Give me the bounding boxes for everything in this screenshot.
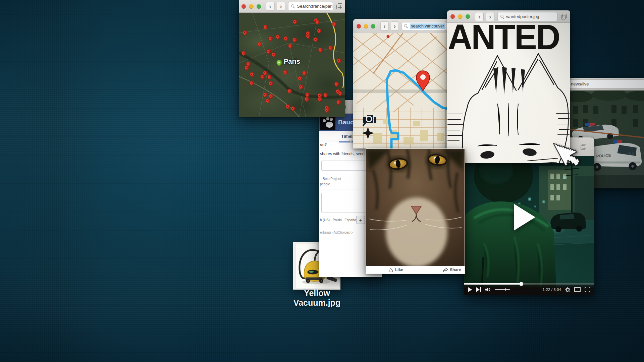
map-pin-red[interactable] [331, 21, 337, 27]
map-pin-red[interactable] [317, 96, 323, 102]
map-pin-red[interactable] [249, 71, 255, 77]
sidebar-item-people[interactable]: people [320, 182, 330, 186]
adchoices-row[interactable]: ertising · AdChoices ▷ [320, 231, 353, 234]
poster-search-field[interactable]: wantedposter.jpg [497, 12, 557, 21]
tabs-icon[interactable] [336, 3, 342, 9]
map-pin-red[interactable] [287, 43, 293, 49]
map-pin-red[interactable] [283, 35, 289, 41]
like-icon [388, 267, 393, 273]
like-button[interactable]: Like [388, 267, 403, 273]
close-button[interactable] [357, 24, 361, 28]
map-pin-red[interactable] [268, 80, 274, 86]
minimize-button[interactable] [458, 14, 462, 19]
fullscreen-icon[interactable] [585, 287, 590, 292]
map-pin-red[interactable] [313, 36, 319, 42]
next-button-icon[interactable] [476, 287, 481, 292]
video-player[interactable]: 1:22 / 3:04 [464, 156, 594, 295]
play-overlay-icon[interactable] [513, 203, 537, 231]
map-dot-red [387, 35, 390, 38]
zoom-button[interactable] [371, 24, 375, 28]
volume-icon[interactable] [485, 287, 492, 292]
search-icon [291, 4, 295, 8]
forward-button[interactable]: › [391, 21, 399, 31]
vancouver-map[interactable] [353, 33, 451, 148]
map-pin-red[interactable] [316, 28, 322, 34]
news-toolbar: news/live [569, 78, 644, 90]
forward-button[interactable]: › [277, 2, 285, 11]
plus-label: + [359, 217, 362, 223]
back-button[interactable]: ‹ [380, 21, 389, 31]
back-button[interactable]: ‹ [266, 2, 275, 11]
share-button[interactable]: Share [443, 267, 461, 272]
paris-search-text: Search:france/paris [297, 4, 333, 9]
map-pin-red[interactable] [318, 47, 324, 53]
news-address-field[interactable]: news/live [568, 79, 644, 88]
back-icon: ‹ [269, 3, 271, 9]
close-button[interactable] [450, 14, 455, 19]
like-label: Like [395, 267, 403, 272]
cat-photo [366, 149, 465, 266]
map-pin-red[interactable] [240, 50, 247, 56]
map-pin-red[interactable] [285, 103, 291, 109]
map-pin-red[interactable] [286, 88, 292, 94]
map-pin-red[interactable] [282, 69, 288, 75]
adchoices-text: ertising · AdChoices [320, 231, 350, 234]
play-button-icon[interactable] [468, 287, 472, 292]
map-pin-red[interactable] [275, 34, 281, 40]
map-pin-red[interactable] [257, 41, 263, 47]
poster-toolbar: ‹ › wantedposter.jpg [447, 10, 570, 23]
photo-action-bar: Like Share [366, 266, 465, 274]
map-pin-red[interactable] [262, 92, 268, 98]
back-button[interactable]: ‹ [475, 12, 484, 21]
map-pin-red[interactable] [249, 80, 255, 86]
map-pin-red[interactable] [292, 18, 298, 24]
map-pin-red[interactable] [336, 57, 342, 63]
settings-gear-icon[interactable] [565, 287, 570, 292]
minimize-button[interactable] [249, 4, 253, 9]
map-pin-red[interactable] [298, 84, 304, 90]
zoom-button[interactable] [466, 14, 470, 19]
volume-slider-level[interactable] [505, 288, 506, 291]
map-pin-red[interactable] [290, 105, 296, 111]
map-pin-red[interactable] [334, 81, 340, 87]
paris-search-field[interactable]: Search:france/paris [288, 2, 333, 11]
map-pin-red[interactable] [268, 93, 274, 99]
forward-icon: › [489, 13, 491, 20]
map-pin-red[interactable] [297, 75, 303, 81]
desktop-icon-label[interactable]: Yellow Vacuum.jpg [278, 288, 356, 308]
volume-slider[interactable] [495, 289, 510, 290]
minimize-button[interactable] [364, 24, 368, 28]
language-row[interactable]: h (US) · Polski · Español [320, 218, 357, 222]
vancouver-window: ‹ › search:vancouver [353, 19, 451, 148]
share-icon [443, 267, 448, 272]
forward-button[interactable]: › [486, 12, 494, 21]
map-pin-red[interactable] [328, 45, 334, 51]
tabs-icon[interactable] [581, 144, 586, 150]
map-pin-red[interactable] [268, 35, 274, 41]
map-pin-red[interactable] [301, 70, 307, 76]
sidebar-item-beta-project[interactable]: Beta Project [323, 177, 341, 181]
wanted-poster-window: ‹ › wantedposter.jpg ANTED [447, 10, 570, 163]
share-label: Share [450, 267, 461, 272]
icon-label-line1: Yellow [278, 288, 356, 298]
zoom-button[interactable] [257, 4, 261, 9]
tabs-icon[interactable] [561, 14, 567, 19]
paris-pin-label: Paris [284, 58, 300, 65]
map-pin-red[interactable] [271, 52, 277, 58]
map-pin-red[interactable] [291, 37, 298, 43]
map-pin-red[interactable] [267, 74, 273, 80]
map-pin-red[interactable] [242, 30, 248, 36]
map-pin-red[interactable] [335, 99, 341, 105]
map-pin-red[interactable] [322, 92, 328, 98]
close-button[interactable] [241, 4, 246, 9]
map-pin-red[interactable] [265, 48, 271, 54]
miniplayer-icon[interactable] [574, 287, 581, 292]
add-language-button[interactable]: + [356, 216, 365, 224]
search-icon [500, 15, 504, 18]
map-pin-red[interactable] [263, 24, 269, 30]
vancouver-search-field[interactable]: search:vancouver [401, 22, 448, 30]
paris-window: ‹ › Search:france/paris P [239, 0, 345, 117]
map-pin-red[interactable] [304, 96, 310, 102]
paris-map[interactable]: Paris [239, 13, 345, 117]
cat-sketch [447, 50, 570, 163]
